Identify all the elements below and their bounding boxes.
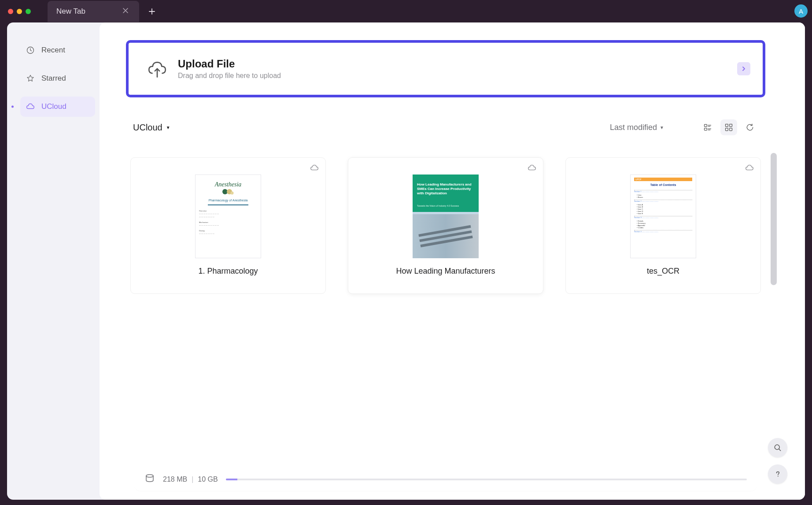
file-card[interactable]: UPDF Table of Contents Section 1 .......… — [565, 157, 761, 294]
svg-rect-6 — [730, 128, 732, 131]
file-thumbnail: UPDF Table of Contents Section 1 .......… — [630, 175, 696, 258]
sidebar-item-label: UCloud — [41, 102, 66, 111]
svg-rect-4 — [730, 124, 732, 127]
grid-view-button[interactable] — [720, 119, 737, 135]
minimize-window-icon[interactable] — [17, 9, 22, 14]
file-name: tes_OCR — [647, 266, 679, 276]
sidebar-item-starred[interactable]: Starred — [20, 68, 95, 89]
svg-rect-5 — [726, 128, 728, 131]
thumb-logo-text: Anesthesia — [199, 181, 257, 188]
sidebar-item-label: Recent — [41, 46, 65, 55]
help-button[interactable] — [768, 464, 787, 484]
upload-expand-button[interactable] — [737, 62, 750, 75]
storage-progress-fill — [226, 479, 237, 480]
upload-cloud-icon — [146, 59, 166, 79]
clock-icon — [26, 45, 35, 55]
cloud-status-icon — [745, 163, 754, 175]
svg-rect-2 — [705, 128, 707, 130]
sort-dropdown[interactable]: Last modified ▼ — [610, 123, 664, 132]
files-grid: Anesthesia Pharmacology of Anesthesia Ov… — [126, 153, 779, 294]
refresh-button[interactable] — [742, 119, 758, 135]
files-toolbar: UCloud ▼ Last modified ▼ — [126, 119, 765, 135]
file-thumbnail: How Leading Manufacturers and SMEs Can I… — [413, 175, 479, 258]
storage-progress — [226, 479, 747, 480]
star-icon — [26, 74, 35, 83]
sidebar-item-label: Starred — [41, 74, 66, 83]
storage-bar: 218 MB | 10 GB — [135, 468, 757, 491]
scrollbar-thumb[interactable] — [771, 153, 777, 285]
browser-tab[interactable]: New Tab — [48, 1, 139, 22]
svg-point-9 — [231, 192, 234, 195]
file-name: 1. Pharmacology — [198, 266, 258, 276]
location-dropdown[interactable]: UCloud ▼ — [133, 123, 170, 133]
list-view-button[interactable] — [699, 119, 716, 135]
thumb-green-title: How Leading Manufacturers and SMEs Can I… — [417, 182, 474, 196]
thumb-green-subtitle: Towards the Vision of Industry 4.0 Succe… — [417, 204, 459, 207]
avatar-initial: A — [799, 7, 803, 15]
upload-title: Upload File — [178, 58, 281, 70]
scrollbar-track — [771, 153, 777, 451]
caret-down-icon: ▼ — [166, 125, 170, 130]
new-tab-button[interactable] — [145, 5, 159, 18]
file-card[interactable]: Anesthesia Pharmacology of Anesthesia Ov… — [130, 157, 326, 294]
storage-used: 218 MB — [163, 475, 187, 483]
svg-point-10 — [146, 475, 153, 477]
file-card[interactable]: How Leading Manufacturers and SMEs Can I… — [348, 157, 543, 294]
view-switch — [699, 119, 758, 135]
cloud-status-icon — [310, 163, 319, 175]
main-window: Recent Starred UCloud Upload File Drag a… — [7, 22, 805, 500]
sidebar: Recent Starred UCloud — [7, 22, 100, 500]
storage-total: 10 GB — [198, 475, 218, 483]
divider: | — [192, 475, 193, 483]
close-tab-icon[interactable] — [121, 6, 130, 17]
sidebar-item-ucloud[interactable]: UCloud — [20, 97, 95, 117]
thumb-caption: Pharmacology of Anesthesia — [199, 199, 257, 202]
title-bar: New Tab A — [0, 0, 812, 22]
upload-subtitle: Drag and drop file here to upload — [178, 72, 281, 80]
cloud-status-icon — [527, 163, 537, 175]
window-controls — [8, 9, 31, 14]
upload-dropzone[interactable]: Upload File Drag and drop file here to u… — [126, 40, 765, 97]
svg-rect-1 — [705, 124, 707, 126]
file-thumbnail: Anesthesia Pharmacology of Anesthesia Ov… — [195, 175, 261, 258]
close-window-icon[interactable] — [8, 9, 13, 14]
content-area: Upload File Drag and drop file here to u… — [100, 22, 805, 500]
avatar[interactable]: A — [794, 4, 808, 18]
svg-point-12 — [778, 476, 779, 477]
caret-down-icon: ▼ — [660, 125, 664, 130]
storage-text: 218 MB | 10 GB — [163, 475, 218, 483]
files-area: Anesthesia Pharmacology of Anesthesia Ov… — [126, 153, 779, 486]
fullscreen-window-icon[interactable] — [26, 9, 31, 14]
sort-label: Last modified — [610, 123, 657, 132]
search-button[interactable] — [768, 438, 787, 457]
cloud-icon — [26, 102, 35, 111]
storage-icon — [144, 473, 155, 486]
location-label: UCloud — [133, 123, 162, 133]
thumb-toc-title: Table of Contents — [634, 183, 692, 186]
svg-rect-3 — [726, 124, 728, 127]
file-name: How Leading Manufacturers — [396, 266, 495, 276]
sidebar-item-recent[interactable]: Recent — [20, 40, 95, 60]
tab-title: New Tab — [56, 7, 85, 16]
thumb-toc-badge: UPDF — [634, 178, 692, 181]
